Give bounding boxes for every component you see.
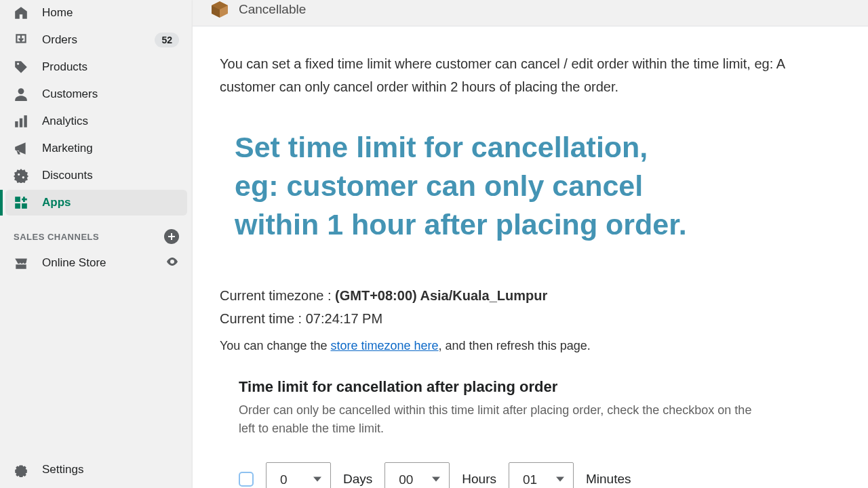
timezone-value: (GMT+08:00) Asia/Kuala_Lumpur: [335, 288, 547, 303]
timezone-link[interactable]: store timezone here: [330, 339, 438, 352]
sidebar-item-online-store[interactable]: Online Store: [5, 249, 187, 277]
sales-channels-list: Online Store: [5, 249, 187, 278]
home-icon: [14, 5, 28, 20]
sidebar-item-label: Settings: [42, 463, 179, 476]
minutes-select[interactable]: 01: [509, 462, 574, 488]
svg-point-0: [18, 88, 24, 94]
timezone-row: Current timezone : (GMT+08:00) Asia/Kual…: [220, 284, 841, 307]
view-icon[interactable]: [165, 255, 179, 271]
nav-list: Home Orders 52 Products Customers Anal: [5, 0, 187, 217]
sidebar-item-home[interactable]: Home: [5, 0, 187, 26]
customers-icon: [14, 87, 28, 102]
orders-badge: 52: [155, 33, 179, 47]
sidebar-item-products[interactable]: Products: [5, 54, 187, 80]
days-select-wrapper: 0: [266, 462, 331, 488]
time-row: Current time : 07:24:17 PM: [220, 307, 841, 330]
add-channel-button[interactable]: [164, 229, 179, 244]
main-content: Cancellable You can set a fixed time lim…: [193, 0, 868, 488]
marketing-icon: [14, 141, 28, 156]
hero-line: eg: customer can only cancel: [235, 167, 841, 205]
sidebar-item-label: Apps: [42, 196, 179, 209]
sidebar-item-label: Online Store: [42, 256, 165, 270]
timezone-block: Current timezone : (GMT+08:00) Asia/Kual…: [220, 284, 841, 357]
svg-rect-3: [24, 115, 26, 127]
intro-text: You can set a fixed time limit where cus…: [220, 52, 841, 98]
sidebar-item-settings[interactable]: Settings: [5, 457, 187, 483]
sidebar-item-label: Analytics: [42, 115, 179, 128]
sales-channels-title: SALES CHANNELS: [14, 232, 99, 242]
time-value: 07:24:17 PM: [306, 311, 382, 326]
days-label: Days: [343, 472, 372, 487]
timezone-help: You can change the store timezone here, …: [220, 336, 841, 357]
tz-help-prefix: You can change the: [220, 339, 330, 352]
sidebar-item-label: Products: [42, 60, 179, 74]
sidebar: Home Orders 52 Products Customers Anal: [0, 0, 193, 488]
enable-checkbox[interactable]: [239, 472, 254, 487]
gear-icon: [14, 462, 28, 477]
minutes-select-wrapper: 01: [509, 462, 574, 488]
sidebar-item-label: Home: [42, 6, 179, 20]
store-icon: [14, 256, 28, 270]
analytics-icon: [14, 114, 28, 129]
hero-heading: Set time limit for cancellation, eg: cus…: [220, 128, 841, 243]
sidebar-item-analytics[interactable]: Analytics: [5, 108, 187, 134]
svg-rect-4: [15, 197, 20, 202]
svg-rect-6: [22, 203, 27, 209]
svg-rect-1: [15, 121, 18, 127]
hero-line: Set time limit for cancellation,: [235, 128, 841, 167]
time-limit-section: Time limit for cancellation after placin…: [220, 357, 841, 488]
tz-help-suffix: , and then refresh this page.: [439, 339, 591, 352]
svg-rect-2: [20, 119, 22, 127]
sales-channels-header: SALES CHANNELS: [5, 217, 187, 249]
sidebar-item-orders[interactable]: Orders 52: [5, 27, 187, 53]
package-icon: [210, 0, 229, 19]
sidebar-item-customers[interactable]: Customers: [5, 81, 187, 107]
form-description: Order can only be cancelled within this …: [239, 401, 754, 438]
hero-line: within 1 hour after placing order.: [235, 205, 841, 244]
days-select[interactable]: 0: [266, 462, 331, 488]
timezone-label: Current timezone :: [220, 288, 335, 303]
hours-select[interactable]: 00: [384, 462, 450, 488]
time-label: Current time :: [220, 311, 306, 326]
sidebar-item-label: Marketing: [42, 142, 179, 155]
svg-rect-5: [15, 203, 20, 209]
apps-icon: [14, 195, 28, 210]
sidebar-item-marketing[interactable]: Marketing: [5, 136, 187, 161]
sidebar-item-label: Discounts: [42, 169, 179, 182]
form-title: Time limit for cancellation after placin…: [239, 378, 841, 396]
content-area: You can set a fixed time limit where cus…: [193, 26, 868, 488]
sidebar-item-label: Customers: [42, 87, 179, 101]
app-title: Cancellable: [239, 2, 306, 17]
sidebar-item-label: Orders: [42, 33, 155, 47]
app-header: Cancellable: [193, 0, 868, 26]
products-icon: [14, 60, 28, 75]
minutes-label: Minutes: [586, 472, 631, 487]
hours-label: Hours: [462, 472, 496, 487]
time-limit-row: 0 Days 00 Hours 01 Minutes: [239, 462, 841, 488]
orders-icon: [14, 33, 28, 47]
discounts-icon: [14, 168, 28, 183]
sidebar-item-apps[interactable]: Apps: [5, 190, 187, 216]
hours-select-wrapper: 00: [384, 462, 450, 488]
sidebar-item-discounts[interactable]: Discounts: [5, 163, 187, 188]
